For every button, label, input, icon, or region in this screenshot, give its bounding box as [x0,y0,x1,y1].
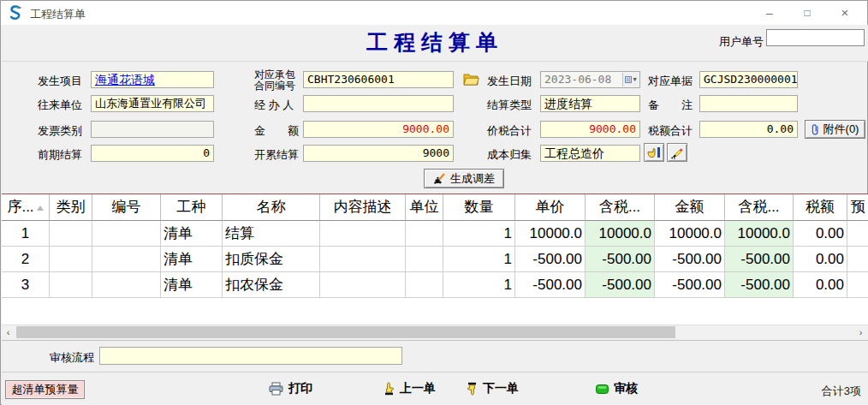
cell-work[interactable]: 清单 [161,221,223,247]
cell-price-tax[interactable]: -500.00 [586,247,655,272]
scrollbar-thumb[interactable] [16,326,675,338]
cell-desc[interactable] [320,272,406,298]
cell-code[interactable] [92,221,161,247]
cell-unit[interactable] [406,247,443,272]
col-header-name[interactable]: 名称 [223,194,320,221]
app-logo-icon [8,5,23,21]
col-header-unit[interactable]: 单位 [406,194,443,221]
table-row[interactable]: 1 清单 结算 1 10000.0 10000.0 10000.0 10000.… [2,221,868,247]
generate-adjust-button[interactable]: 生成调差 [424,169,504,188]
cell-amount-tax[interactable]: -500.00 [725,247,794,272]
cell-unit[interactable] [406,272,443,298]
col-header-price[interactable]: 单价 [515,194,586,221]
cell-desc[interactable] [320,247,406,272]
cell-tax[interactable]: 0.00 [794,247,847,272]
audit-button[interactable]: 审核 [596,378,638,399]
cell-seq[interactable]: 3 [2,272,50,298]
cost-pool-label: 成本归集 [487,147,532,163]
cell-name[interactable]: 结算 [223,221,320,247]
cell-budget[interactable] [847,272,868,298]
remark-field[interactable] [699,95,798,112]
cell-seq[interactable]: 1 [2,221,50,247]
cell-amount[interactable]: -500.00 [655,272,725,298]
next-doc-button[interactable]: 下一单 [467,378,519,399]
amount-label: 金 额 [254,123,299,139]
cell-budget[interactable] [847,247,868,272]
date-field: 2023-06-08 ▼ [540,71,640,88]
cell-name[interactable]: 扣质保金 [223,247,320,272]
col-header-desc[interactable]: 内容描述 [320,194,406,221]
scroll-right-icon[interactable]: › [854,325,867,339]
attachment-button[interactable]: 附件(0) [805,120,865,139]
print-button[interactable]: 打印 [269,378,312,399]
col-header-code[interactable]: 编号 [92,194,161,221]
cell-price[interactable]: -500.00 [515,247,586,272]
prev-settle-field[interactable]: 0 [91,145,214,162]
party-field[interactable]: 山东海通置业有限公司 [91,95,214,112]
tax-incl-total-field[interactable]: 9000.00 [540,121,640,138]
attachment-label: 附件(0) [823,122,859,137]
cell-code[interactable] [92,247,161,272]
cell-price[interactable]: -500.00 [515,272,586,298]
cell-price-tax[interactable]: 10000.0 [586,221,655,247]
cell-amount-tax[interactable]: -500.00 [725,272,794,298]
open-folder-button[interactable] [461,70,481,87]
horizontal-scrollbar[interactable]: ‹ › [2,325,868,340]
cell-amount-tax[interactable]: 10000.0 [725,221,794,247]
cell-amount[interactable]: -500.00 [655,247,725,272]
project-link[interactable]: 海通花语城 [95,73,155,86]
close-button[interactable]: × [828,1,862,25]
cell-seq[interactable]: 2 [2,247,50,272]
contract-no-field[interactable]: CBHT230606001 [303,71,454,88]
calendar-dropdown-button[interactable]: ▼ [622,73,639,86]
col-header-qty[interactable]: 数量 [443,194,515,221]
cell-budget[interactable] [847,221,868,247]
col-header-type[interactable]: 类别 [50,194,92,221]
cell-work[interactable]: 清单 [161,247,223,272]
user-no-label: 用户单号 [719,34,764,50]
cell-price-tax[interactable]: -500.00 [586,272,655,298]
previous-doc-button[interactable]: 上一单 [383,378,436,399]
next-doc-label: 下一单 [483,381,519,396]
cell-tax[interactable]: 0.00 [794,272,847,298]
cell-desc[interactable] [320,221,406,247]
col-header-price-tax[interactable]: 含税... [586,194,655,221]
cell-price[interactable]: 10000.0 [515,221,586,247]
handler-field[interactable] [303,95,454,112]
cell-qty[interactable]: 1 [443,272,515,298]
review-flow-field[interactable] [99,347,402,365]
col-header-work[interactable]: 工种 [161,194,223,221]
cost-pool-select-button[interactable] [644,143,664,162]
cell-type[interactable] [50,247,92,272]
cell-type[interactable] [50,221,92,247]
tax-total-field[interactable]: 0.00 [699,121,798,138]
cell-unit[interactable] [406,221,443,247]
over-budget-button[interactable]: 超清单预算量 [5,380,85,399]
cell-name[interactable]: 扣农保金 [223,272,320,298]
cell-type[interactable] [50,272,92,298]
cell-tax[interactable]: 0.00 [794,221,847,247]
minimize-button[interactable]: – [752,1,787,25]
col-header-amount[interactable]: 金额 [655,194,725,221]
accum-settle-field[interactable]: 9000 [303,145,454,162]
amount-field[interactable]: 9000.00 [303,121,454,138]
cell-code[interactable] [92,272,161,298]
table-row[interactable]: 2 清单 扣质保金 1 -500.00 -500.00 -500.00 -500… [2,247,868,272]
settle-type-field[interactable]: 进度结算 [540,95,640,112]
col-header-budget[interactable]: 预 [847,194,868,221]
doc-no-field[interactable]: GCJSD230000001 [699,71,798,88]
col-header-amount-tax[interactable]: 含税... [725,194,794,221]
col-header-tax[interactable]: 税额 [794,194,847,221]
user-no-input[interactable] [766,29,865,46]
cell-amount[interactable]: 10000.0 [655,221,725,247]
scroll-left-icon[interactable]: ‹ [2,325,15,339]
table-row[interactable]: 3 清单 扣农保金 1 -500.00 -500.00 -500.00 -500… [2,272,868,298]
cell-work[interactable]: 清单 [161,272,223,298]
col-header-seq[interactable]: 序... [2,194,50,221]
maximize-button[interactable]: □ [790,1,824,25]
cost-pool-field[interactable]: 工程总造价 [540,145,640,162]
project-field[interactable]: 海通花语城 [91,71,214,88]
cost-pool-edit-button[interactable] [667,143,687,162]
cell-qty[interactable]: 1 [443,247,515,272]
cell-qty[interactable]: 1 [443,221,515,247]
